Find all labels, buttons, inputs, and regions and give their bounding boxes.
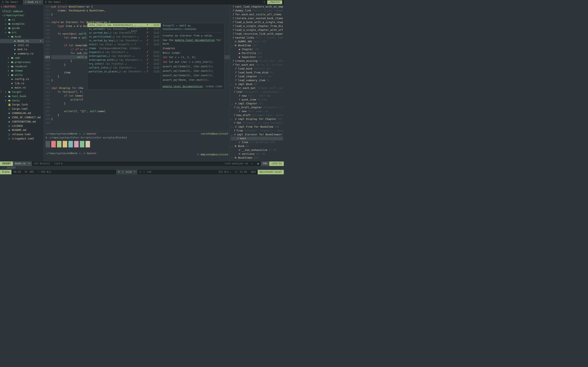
- outline-item[interactable]: fiter fn(&self) → BookItems<'_> 93: [231, 90, 283, 94]
- outline-item[interactable]: fis_draft_chapter fn(&self) → bool: [231, 106, 283, 109]
- completion-item[interactable]: partition_in_place(…) (as Iterator) ↵f […: [87, 70, 161, 74]
- explorer-root[interactable]: [FILE] mdBook ~/repo/syntax/: [0, 9, 44, 18]
- outline-item[interactable]: fnew fn() → Self 88: [231, 94, 283, 98]
- outline-item[interactable]: ⌄⊞BookItem 137: [231, 44, 283, 48]
- outline-item[interactable]: fiterate_over_nested_book_items fn(: [231, 17, 283, 20]
- outline-item[interactable]: fload_summary_item fn: [231, 78, 283, 82]
- status-filetype: rust ⚙: [52, 161, 65, 166]
- tree-item-lib.rs[interactable]: ◆lib.rs: [0, 81, 44, 86]
- code-lines[interactable]: into_iter() (as IntoIterator) ↵f [LS]is_…: [51, 4, 230, 131]
- tree-item-examples[interactable]: ▸🖿examples: [0, 22, 44, 26]
- status-filename[interactable]: book.rs +: [13, 161, 32, 166]
- outline-item[interactable]: ⌄⊙impl Book 86: [231, 82, 283, 86]
- completion-item[interactable]: into() (as Into) ↵ fn(self) → Tf [LS]: [87, 43, 161, 47]
- tree-item-README.md[interactable]: ◆README.md: [0, 128, 44, 132]
- tmux-window-0[interactable]: 0 | nvim *: [116, 170, 138, 174]
- outline-item[interactable]: fload_book fn>(src_dir: [231, 67, 283, 71]
- outline-item[interactable]: ≡__non_exhaustive () 83: [231, 148, 283, 152]
- outline-item[interactable]: fload_book_from_disk fn: [231, 71, 283, 75]
- completion-item[interactable]: into_iter() (as IntoIterator) ↵f [LS]: [87, 23, 161, 27]
- gutter: 3103113123133143153163173183193203213223…: [44, 4, 51, 131]
- tree-item-summary.rs[interactable]: ◆summary.rs: [0, 52, 44, 56]
- tree-item-cmd[interactable]: ▸🖿cmd: [0, 56, 44, 60]
- tree-item-renderer[interactable]: ▸🖿renderer: [0, 64, 44, 69]
- tree-item-triagebot.toml[interactable]: ○triagebot.toml: [0, 137, 44, 141]
- outline-item[interactable]: ⌄⊙impl Display for Chapter 331: [231, 117, 283, 121]
- tab-1[interactable]: 2book.rs+: [23, 0, 43, 4]
- outline-item[interactable]: ffrom fn(other: Chapter) → BookIte: [231, 129, 283, 133]
- outline-item[interactable]: fload_a_single_chapter_from_disk fn(: [231, 24, 283, 28]
- outline-item[interactable]: ⌄⊙impl Chapter 172: [231, 102, 283, 106]
- outline-item[interactable]: ffor_each_mut fn(&mut self, mut: [231, 86, 283, 90]
- symbols-outline[interactable]: fcant_load_chapters_with_an_empty_pfdumm…: [230, 4, 284, 161]
- tree-item-Cargo.lock[interactable]: 🔒Cargo.lock: [0, 103, 44, 107]
- outline-item[interactable]: ▫Item &'a BookItem 315: [231, 141, 283, 144]
- completion-item[interactable]: is_sorted_by_key(…) (as Iterator) ↵f [LS…: [87, 39, 161, 43]
- tree-item-src[interactable]: ▾🖿src: [0, 30, 44, 35]
- outline-item[interactable]: fnew_draft fn(name: &str, parent_na: [231, 113, 283, 117]
- outline-item[interactable]: ◆Chapter 139: [231, 48, 283, 51]
- outline-item[interactable]: fnext fn(&mut self) → Option: [231, 137, 283, 141]
- tmux-window-1[interactable]: 1 | zsh: [138, 170, 154, 174]
- outline-item[interactable]: fcant_load_chapters_with_an_empty_p: [231, 5, 283, 9]
- tab-2[interactable]: 3[No Name]-: [43, 0, 66, 4]
- outline-item[interactable]: ffor_each_mut fn<'a, F, I>(func: &mut: [231, 63, 283, 67]
- tree-item-main.rs[interactable]: ◆main.rs: [0, 86, 44, 90]
- outline-item[interactable]: fcreate_missing fn(src_dir: &Path, su: [231, 59, 283, 63]
- tree-item-config.rs[interactable]: ◆config.rs: [0, 77, 44, 81]
- outline-item[interactable]: fdummy_link fn() → (Link, TempDir): [231, 9, 283, 13]
- completion-item[interactable]: collect_into(…) (as Iterator) ↵f [LS]: [87, 66, 161, 70]
- tree-item-CODE_OF_CONDUCT.md[interactable]: ◆CODE_OF_CONDUCT.md: [0, 115, 44, 120]
- outline-item[interactable]: fnested_links fn() → (Link, TempDi: [231, 36, 283, 40]
- outline-item[interactable]: fload_a_single_chapter_with_utf8_bo: [231, 28, 283, 32]
- outline-item[interactable]: ffmt fn(&self, f: &mut Formatter<'_: [231, 121, 283, 125]
- tree-item-release.toml[interactable]: ○release.toml: [0, 132, 44, 137]
- tree-item-init.rs[interactable]: ◆init.rs: [0, 43, 44, 48]
- file-explorer: ▸[BUFFER] [FILE] mdBook ~/repo/syntax/ ▸…: [0, 4, 44, 161]
- outline-item[interactable]: fload_recursive_link_with_separator: [231, 32, 283, 36]
- outline-item[interactable]: fload_chapter fn>( lin: [231, 75, 283, 78]
- terminal[interactable]: ~/repo/syntax/mdBook ○ ⎇ master sainnhe@…: [44, 131, 230, 161]
- tree-item-utils[interactable]: ▸🖿utils: [0, 73, 44, 77]
- outline-item[interactable]: πDUMMY_SRC &str 347: [231, 40, 283, 44]
- completion-item[interactable]: intersperse_with(…) (as Iterator) ↵f [LS…: [87, 58, 161, 62]
- tree-item-mod.rs[interactable]: ◆mod.rs: [0, 47, 44, 52]
- tree-item-ci[interactable]: ▸🖿ci: [0, 18, 44, 22]
- tree-item-LICENSE[interactable]: ⚖LICENSE: [0, 124, 44, 128]
- tree-item-guide[interactable]: ▸🖿guide: [0, 26, 44, 30]
- tree-item-theme[interactable]: ▸🖿theme: [0, 69, 44, 73]
- completion-popup[interactable]: into_iter() (as IntoIterator) ↵f [LS]is_…: [87, 23, 225, 90]
- tree-item-preprocess[interactable]: ▸🖿preprocess: [0, 60, 44, 64]
- git-branch[interactable]: ⎇ master: [267, 0, 282, 4]
- outline-item[interactable]: ⌄⊙impl From for BookItem 146: [231, 125, 283, 129]
- tmux-session[interactable]: Alpha: [0, 170, 11, 174]
- completion-item[interactable]: is_partitioned(…) (as Iterator) ↵f [LS]: [87, 35, 161, 39]
- completion-item[interactable]: try_into() (as TryInto) ↵f [LS]: [87, 62, 161, 66]
- completion-item[interactable]: is_sorted() (as Iterator) ↵ fn(self) → b…: [87, 27, 161, 31]
- outline-item[interactable]: ≡sections Vec 82: [231, 152, 283, 156]
- outline-item[interactable]: ⌄⊞Book 80: [231, 144, 283, 148]
- outline-item[interactable]: ◆PartTitle 143: [231, 51, 283, 55]
- tree-item-CHANGELOG.md[interactable]: ◆CHANGELOG.md: [0, 111, 44, 115]
- tree-item-book.rs[interactable]: ◆book.rs+: [0, 39, 44, 43]
- outline-item[interactable]: ffor_each_mut_visits_all_items fn(): [231, 13, 283, 17]
- tree-item-tests[interactable]: ▸🖿tests: [0, 99, 44, 103]
- outline-item[interactable]: fload_a_book_with_a_single_chapter: [231, 20, 283, 24]
- outline-item[interactable]: ›⊞BookItems 310: [231, 156, 283, 160]
- completion-item[interactable]: intersperse(…) (as Iterator) ↵f [LS]: [87, 54, 161, 58]
- tree-item-target[interactable]: !▸🖿target: [0, 90, 44, 94]
- tree-item-book[interactable]: ▾🖿book: [0, 35, 44, 39]
- tree-item-CONTRIBUTING.md[interactable]: ◆CONTRIBUTING.md: [0, 120, 44, 124]
- tab-0[interactable]: 1[No Name]-: [0, 0, 23, 4]
- outline-item[interactable]: ⌄⊙impl Iterator for BookItems<'a> 314: [231, 133, 283, 137]
- color-swatch: [80, 141, 84, 147]
- tree-item-Cargo.toml[interactable]: ○Cargo.toml: [0, 107, 44, 111]
- completion-item[interactable]: items VecDeque<&BookItem, Global>: [87, 47, 161, 50]
- outline-item[interactable]: fpush_item fn>(&m: [231, 98, 283, 102]
- outline-item[interactable]: fnew fn>( name: &s: [231, 109, 283, 113]
- editor[interactable]: 3103113123133143153163173183193203213223…: [44, 4, 230, 161]
- completion-item[interactable]: is_sorted_by(…) (as Iterator) ↵f [LS]: [87, 31, 161, 35]
- completion-item[interactable]: inspect(…) (as Iterator) ↵f [LS]: [87, 50, 161, 54]
- tree-item-test_book[interactable]: ▸🖿test_book: [0, 94, 44, 99]
- outline-item[interactable]: ◆Separator 141: [231, 55, 283, 59]
